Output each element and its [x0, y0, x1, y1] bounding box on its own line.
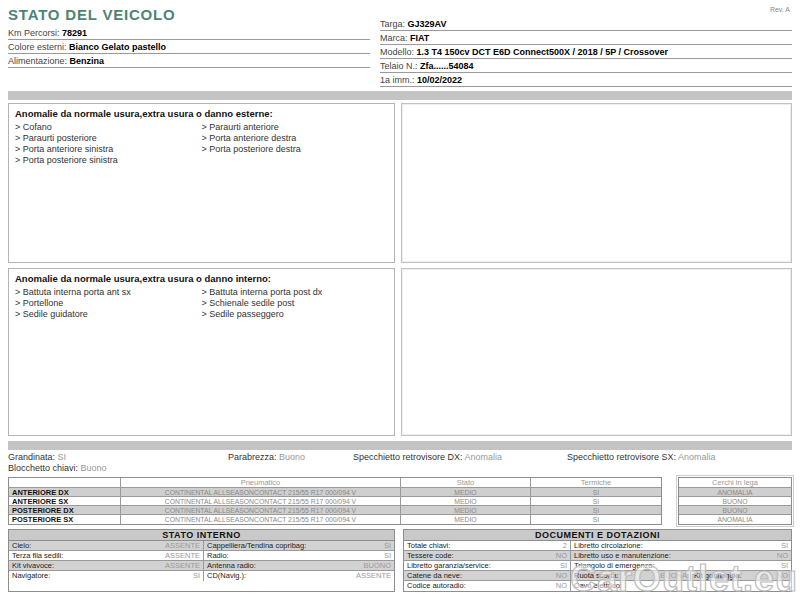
table-row: Libretto garanzia/service:SI Triangolo d…	[404, 561, 791, 571]
condition-summary-line1: Grandinata: SI Parabrezza: Buono Specchi…	[8, 452, 792, 463]
cerchi-row: BUONO	[679, 497, 791, 506]
prima-immatricolazione-row: 1a imm.: 10/02/2022	[380, 73, 792, 87]
field-label: Parabrezza:	[228, 452, 277, 462]
field-value: NO	[552, 552, 567, 559]
field-label: Telaio N.:	[380, 61, 418, 71]
internal-anomalies-empty-box	[401, 268, 792, 436]
cerchi-row: ANOMALIA	[679, 488, 791, 497]
field-value: ASSENTE	[161, 562, 200, 569]
radio-cell: Radio:SI	[204, 551, 394, 560]
field-label: Cappelliera/Tendina copribag:	[207, 542, 306, 549]
libretto-circolazione-cell: Libretto circolazione:SI	[571, 541, 791, 550]
field-value: 1.3 T4 150cv DCT E6D Connect500X / 2018 …	[417, 47, 668, 57]
alimentazione-row: Alimentazione: Benzina	[8, 54, 370, 68]
table-row: Navigatore:SI CD(Navig.):ASSENTE	[9, 571, 394, 581]
field-value: Anomalia	[678, 452, 716, 462]
field-value: Zfa......54084	[420, 61, 474, 71]
field-value: SI	[777, 542, 788, 549]
cerchi-row: BUONO	[679, 506, 791, 515]
tyre-table: Pneumatico Stato Termiche ANTERIORE DX C…	[8, 477, 662, 525]
field-label: 1a imm.:	[380, 75, 415, 85]
field-value: SI	[777, 562, 788, 569]
tyre-termiche: SI	[531, 506, 661, 514]
grandinata-field: Grandinata: SI	[8, 452, 228, 463]
field-label: Catene da neve:	[407, 572, 462, 579]
field-value: BUONA	[656, 572, 687, 579]
internal-anomalies-col2: > Battuta interna porta post dx > Schien…	[202, 287, 389, 320]
tyre-brand: CONTINENTAL ALLSEASONCONTACT 215/55 R17 …	[121, 506, 401, 514]
anomaly-item: > Battuta interna porta post dx	[202, 287, 389, 298]
cerchi-in-lega-table: Cerchi in lega ANOMALIA BUONO BUONO ANOM…	[678, 477, 792, 525]
telaio-row: Telaio N.: Zfa......54084	[380, 59, 792, 73]
kit-vivavoce-cell: Kit vivavoce:ASSENTE	[9, 561, 204, 570]
divider-band	[8, 441, 792, 450]
targa-row: Targa: GJ329AV	[380, 17, 792, 31]
ruota-scorta-cell: Ruota scorta:BUONA	[571, 571, 691, 580]
anomaly-item: > Porta anteriore destra	[202, 133, 389, 144]
field-value: ASSENTE	[161, 542, 200, 549]
vehicle-info-left: Km Percorsi: 78291 Colore esterni: Bianc…	[8, 26, 370, 68]
libretto-uso-cell: Libretto uso e manutenzione:NO	[571, 551, 791, 560]
field-label: Totale chiavi:	[407, 542, 450, 549]
tyre-row-anteriore-sx: ANTERIORE SX CONTINENTAL ALLSEASONCONTAC…	[9, 497, 661, 506]
field-label: Navigatore:	[12, 572, 50, 580]
field-label: Specchietto retrovisore DX:	[353, 452, 463, 462]
modello-row: Modello: 1.3 T4 150cv DCT E6D Connect500…	[380, 45, 792, 59]
field-value: NO	[773, 572, 788, 579]
external-anomalies-columns: > Cofano > Paraurti posteriore > Porta a…	[15, 122, 388, 166]
field-label: Km Percorsi:	[8, 28, 60, 38]
terza-fila-cell: Terza fila sedili:ASSENTE	[9, 551, 204, 560]
field-label: Libretto uso e manutenzione:	[574, 552, 671, 559]
pneumatico-header: Pneumatico	[121, 478, 401, 487]
field-value: GJ329AV	[408, 19, 447, 29]
external-anomalies-col1: > Cofano > Paraurti posteriore > Porta a…	[15, 122, 202, 166]
condition-summary: Grandinata: SI Parabrezza: Buono Specchi…	[8, 452, 792, 474]
stato-header: Stato	[401, 478, 531, 487]
stato-interno-table: STATO INTERNO Cielo:ASSENTE Cappelliera/…	[8, 529, 395, 592]
field-label: Cielo:	[12, 542, 31, 549]
anomaly-item: > Sedile guidatore	[15, 309, 202, 320]
field-value: NO	[773, 552, 788, 559]
cielo-cell: Cielo:ASSENTE	[9, 541, 204, 550]
antenna-radio-cell: Antenna radio:BUONO	[204, 561, 394, 570]
table-row: Totale chiavi:2 Libretto circolazione:SI	[404, 541, 791, 551]
totale-chiavi-cell: Totale chiavi:2	[404, 541, 571, 550]
field-label: CD(Navig.):	[207, 572, 246, 580]
marca-row: Marca: FIAT	[380, 31, 792, 45]
cerchi-value: BUONO	[679, 497, 791, 505]
cappelliera-cell: Cappelliera/Tendina copribag:SI	[204, 541, 394, 550]
anomaly-item: > Paraurti anteriore	[202, 122, 389, 133]
internal-anomalies-section: Anomalie da normale usura,extra usura o …	[8, 268, 792, 436]
field-value: Bianco Gelato pastello	[69, 42, 166, 52]
stato-interno-title: STATO INTERNO	[9, 530, 394, 541]
tyre-position: ANTERIORE SX	[9, 497, 121, 505]
external-anomalies-section: Anomalie da normale usura,extra usura o …	[8, 103, 792, 263]
tyre-brand: CONTINENTAL ALLSEASONCONTACT 215/55 R17 …	[121, 488, 401, 496]
tyre-stato: MEDIO	[401, 515, 531, 524]
cerchi-header-label: Cerchi in lega	[679, 478, 791, 487]
divider-band	[8, 91, 792, 100]
field-value: FIAT	[410, 33, 429, 43]
tyre-stato: MEDIO	[401, 488, 531, 496]
vehicle-info-right: Targa: GJ329AV Marca: FIAT Modello: 1.3 …	[380, 17, 792, 87]
km-percorsi-row: Km Percorsi: 78291	[8, 26, 370, 40]
cerchi-value: ANOMALIA	[679, 488, 791, 496]
cavo-elettrico-cell: Cavo elettrico:	[571, 581, 791, 591]
header-left-column: STATO DEL VEICOLO Km Percorsi: 78291 Col…	[8, 6, 370, 87]
cerchi-value: BUONO	[679, 506, 791, 514]
field-label: Marca:	[380, 33, 408, 43]
empty-header-cell	[9, 478, 121, 487]
codice-autoradio-cell: Codice autoradio:NO	[404, 581, 571, 591]
anomaly-item: > Battuta interna porta ant sx	[15, 287, 202, 298]
field-value: Benzina	[70, 56, 105, 66]
tyre-stato: MEDIO	[401, 506, 531, 514]
anomaly-item: > Paraurti posteriore	[15, 133, 202, 144]
external-anomalies-panel: Anomalie da normale usura,extra usura o …	[8, 103, 395, 263]
table-row: Cielo:ASSENTE Cappelliera/Tendina coprib…	[9, 541, 394, 551]
tyre-table-header: Pneumatico Stato Termiche	[9, 478, 661, 488]
tyre-termiche: SI	[531, 515, 661, 524]
page-title: STATO DEL VEICOLO	[8, 6, 370, 22]
field-label: Specchietto retrovisore SX:	[567, 452, 676, 462]
field-value: Buono	[279, 452, 305, 462]
field-label: Antenna radio:	[207, 562, 256, 569]
